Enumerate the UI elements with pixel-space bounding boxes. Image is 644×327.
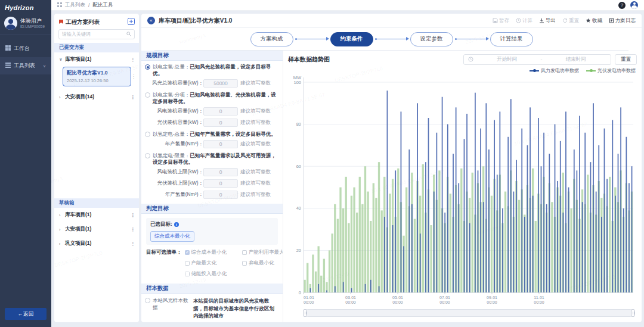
main-toolbar: 暂存 计算 导出 重置 <box>493 17 636 24</box>
tree-item-gongyi-draft[interactable]: › 巩义项目(1) ⋮ <box>54 236 139 251</box>
more-menu-icon[interactable]: ⋮ <box>131 95 135 100</box>
plan-list-panel: 工程方案列表 已提交方案 ∨ 库车项目(1) ⋮ <box>54 14 139 322</box>
radio-selected[interactable] <box>145 64 150 70</box>
sidebar-item-workbench[interactable]: 工作台 <box>0 40 51 57</box>
save-draft-button: 暂存 <box>493 17 509 24</box>
sidebar-menu: 工作台 工具列表 ∨ <box>0 40 51 74</box>
chevron-right-icon: › <box>59 242 63 246</box>
target-checkbox-list: 综合成本最小化 产能利用率最大化 产能最大化 弃电最小化 储能投入最小化 <box>185 249 284 278</box>
draft-group-header: 草稿箱 <box>54 198 139 208</box>
breadcrumb-separator: / <box>88 2 89 8</box>
step-plan-composition[interactable]: 方案构成 <box>250 32 293 46</box>
field-label: 风电装机上限(kW)： <box>141 169 203 176</box>
chart-datazoom-slider[interactable] <box>304 309 634 317</box>
search-input[interactable] <box>62 32 126 37</box>
tree-item-daan-draft[interactable]: › 大安项目(1) ⋮ <box>54 222 139 236</box>
checkbox-cost-min: 综合成本最小化 <box>185 249 227 256</box>
main-header: « 库车项目/配比寻优方案V1.0 暂存 计算 导出 <box>141 14 642 28</box>
svg-text:0: 0 <box>299 290 301 295</box>
sidebar-item-tool-list[interactable]: 工具列表 ∨ <box>0 57 51 74</box>
plan-log-button[interactable]: 方案日志 <box>609 17 636 24</box>
svg-text:00:00: 00:00 <box>439 300 450 304</box>
scale-option-3: 以氢定电-总量：已知年产氢量需求，设定多目标寻优。 <box>141 128 283 138</box>
svg-text:60: 60 <box>296 164 301 169</box>
breadcrumb-current: 配比工具 <box>92 2 113 9</box>
topbar-avatar[interactable] <box>630 1 638 9</box>
add-plan-button[interactable] <box>128 18 135 26</box>
radio-unselected[interactable] <box>145 298 150 303</box>
content: 工程方案列表 已提交方案 ∨ 库车项目(1) ⋮ <box>51 11 644 327</box>
constraints-form: 规模目标 以电定氢-总量：已知风光总装机容量，设定多目标寻优。 风光总装机容量(… <box>141 51 283 322</box>
scale-option-2: 以电定氢-分项：已知风电装机容量、光伏装机容量，设定多目标寻优。 <box>141 89 283 105</box>
main-panel: « 库车项目/配比寻优方案V1.0 暂存 计算 导出 <box>141 14 642 322</box>
tree-item-label: 大安项目(14) <box>65 94 94 101</box>
legend-wind[interactable]: 风力发电功率数据 <box>530 67 579 74</box>
checkbox-curtailment-min[interactable]: 弃电最小化 <box>242 260 283 267</box>
plan-item-selected[interactable]: 配比寻优方案V1.0 2025-12-12 10:26:50 <box>63 67 131 86</box>
pv-cap-limit-input <box>203 179 238 188</box>
date-range-picker[interactable]: 开始时间 - 结束时间 <box>463 54 611 65</box>
field-label: 风电装机容量(kW)： <box>141 108 203 115</box>
svg-text:03-01: 03-01 <box>345 295 356 300</box>
target-list-label: 目标可选清单： <box>146 249 182 256</box>
svg-text:07-01: 07-01 <box>439 295 450 300</box>
user-avatar <box>4 17 17 30</box>
sidebar: Hydrizon 体验用户 ID:UMP00059 工作台 工具列表 ∨ <box>0 0 51 327</box>
more-menu-icon[interactable]: ⋮ <box>131 227 135 232</box>
step-results[interactable]: 计算结果 <box>490 32 533 46</box>
tree-item-kuche-draft[interactable]: › 库车项目(1) ⋮ <box>54 208 139 222</box>
sample-option-user: 用户风光样本数据 使用者手动上传风光样本数据 上传 下载模版 <box>141 320 283 322</box>
datazoom-right-handle[interactable] <box>631 309 635 317</box>
datazoom-left-handle[interactable] <box>303 309 307 317</box>
svg-text:11-01: 11-01 <box>534 295 544 300</box>
step-connector <box>295 39 329 39</box>
brand-logo: Hydrizon <box>0 0 51 14</box>
svg-text:00:00: 00:00 <box>345 300 356 304</box>
more-menu-icon[interactable]: ⋮ <box>131 74 136 79</box>
tree-item-kuche-submitted[interactable]: ∨ 库车项目(1) ⋮ <box>54 52 139 67</box>
start-time-placeholder[interactable]: 开始时间 <box>476 56 538 63</box>
svg-text:40: 40 <box>296 205 301 211</box>
step-connector <box>455 39 488 39</box>
more-menu-icon[interactable]: ⋮ <box>131 241 135 247</box>
checkbox-capacity-max[interactable]: 产能最大化 <box>185 260 227 267</box>
reset-plan-button: 重置 <box>562 17 579 24</box>
scale-option-4: 以氢定电-限量：已知年产氢量需求以及风光可用资源，设定多目标寻优。 <box>141 150 283 166</box>
info-icon[interactable]: i <box>174 222 179 227</box>
favorite-button[interactable]: 收藏 <box>586 17 602 24</box>
selected-target-tag[interactable]: 综合成本最小化 <box>150 231 194 242</box>
search-box <box>58 29 135 39</box>
range-separator: - <box>541 57 543 63</box>
checkbox-icon <box>242 261 247 266</box>
chart-reset-button[interactable]: 重置 <box>615 54 637 65</box>
chart-legend: 风力发电功率数据 光伏发电功率数据 <box>289 67 636 74</box>
more-menu-icon[interactable]: ⋮ <box>131 213 135 218</box>
help-icon[interactable]: ? <box>618 2 626 9</box>
checkbox-storage-min[interactable]: 储能投入最小化 <box>185 270 227 278</box>
calculate-button: 计算 <box>516 17 532 24</box>
radio-unselected[interactable] <box>145 153 150 158</box>
breadcrumb-root[interactable]: 工具列表 <box>65 2 85 9</box>
svg-text:05-01: 05-01 <box>392 295 403 300</box>
tree-item-label: 大安项目(1) <box>65 226 91 233</box>
export-button[interactable]: 导出 <box>539 17 556 24</box>
radio-unselected[interactable] <box>145 92 150 98</box>
h2-output-limit-input <box>203 191 238 199</box>
back-button[interactable]: ←返回 <box>5 308 47 320</box>
back-circle-button[interactable]: « <box>147 17 155 24</box>
legend-wind-marker <box>530 69 539 72</box>
tree-item-daan-submitted[interactable]: › 大安项目(14) ⋮ <box>54 90 139 104</box>
checkbox-utilization-max[interactable]: 产能利用率最大化 <box>242 249 283 256</box>
user-block: 体验用户 ID:UMP00059 <box>0 14 51 35</box>
step-constraints[interactable]: 约束条件 <box>330 32 373 46</box>
field-label: 光伏装机容量(kW)： <box>141 119 203 126</box>
svg-text:09-01: 09-01 <box>487 295 497 300</box>
more-menu-icon[interactable]: ⋮ <box>131 57 135 63</box>
field-label: 风光总装机容量(kW)： <box>141 80 203 87</box>
svg-text:MW: MW <box>293 75 302 80</box>
radio-unselected[interactable] <box>145 132 150 137</box>
svg-text:01-01: 01-01 <box>304 295 314 300</box>
step-parameters[interactable]: 设定参数 <box>410 32 453 46</box>
end-time-placeholder[interactable]: 结束时间 <box>545 56 606 63</box>
legend-pv[interactable]: 光伏发电功率数据 <box>586 67 636 74</box>
